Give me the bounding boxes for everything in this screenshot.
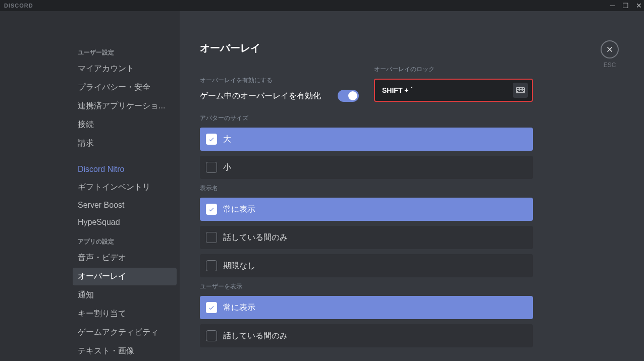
app-logo: DISCORD xyxy=(4,3,33,9)
overlay-lock-label: オーバーレイのロック xyxy=(374,65,533,74)
page-title: オーバーレイ xyxy=(200,41,533,55)
display-name-label: 表示名 xyxy=(200,184,533,193)
sidebar-item-account[interactable]: マイアカウント xyxy=(73,60,177,78)
svg-rect-3 xyxy=(520,88,521,89)
close-esc-label: ESC xyxy=(601,62,619,69)
sidebar-item-connections[interactable]: 接続 xyxy=(73,116,177,134)
svg-rect-11 xyxy=(518,91,523,92)
sidebar-item-privacy[interactable]: プライバシー・安全 xyxy=(73,79,177,96)
sidebar-item-notifications[interactable]: 通知 xyxy=(73,286,177,304)
option-label: 小 xyxy=(223,162,231,173)
sidebar-header-user: ユーザー設定 xyxy=(73,45,177,60)
display-user-speaking[interactable]: 話している間のみ xyxy=(200,324,533,347)
svg-rect-2 xyxy=(518,88,519,89)
svg-rect-1 xyxy=(517,88,518,89)
sidebar-item-hypesquad[interactable]: HypeSquad xyxy=(73,214,177,230)
window-controls: ─ ☐ ✕ xyxy=(610,0,642,11)
sidebar-item-voice-video[interactable]: 音声・ビデオ xyxy=(73,249,177,267)
option-label: 話している間のみ xyxy=(223,331,288,341)
titlebar: DISCORD ─ ☐ ✕ xyxy=(0,0,644,11)
keybind-value: SHIFT + ` xyxy=(382,86,413,94)
sidebar-item-nitro[interactable]: Discord Nitro xyxy=(73,161,177,177)
display-user-label: ユーザーを表示 xyxy=(200,282,533,291)
option-label: 大 xyxy=(223,134,231,145)
display-user-always[interactable]: 常に表示 xyxy=(200,296,533,319)
svg-rect-5 xyxy=(523,88,524,89)
display-name-never[interactable]: 期限なし xyxy=(200,254,533,277)
enable-overlay-toggle[interactable] xyxy=(338,90,359,102)
svg-rect-6 xyxy=(517,90,518,91)
svg-rect-4 xyxy=(521,88,522,89)
sidebar-item-billing[interactable]: 請求 xyxy=(73,135,177,152)
sidebar-item-gift-inventory[interactable]: ギフトインベントリ xyxy=(73,178,177,196)
close-icon[interactable] xyxy=(601,40,619,58)
sidebar-item-server-boost[interactable]: Server Boost xyxy=(73,197,177,213)
avatar-size-label: アバターのサイズ xyxy=(200,114,533,123)
maximize-icon[interactable]: ☐ xyxy=(622,2,629,10)
sidebar-item-keybinds[interactable]: キー割り当て xyxy=(73,305,177,323)
overlay-lock-keybind[interactable]: SHIFT + ` xyxy=(374,79,533,102)
minimize-icon[interactable]: ─ xyxy=(610,2,615,10)
avatar-size-small[interactable]: 小 xyxy=(200,156,533,179)
svg-rect-7 xyxy=(518,90,519,91)
keyboard-icon[interactable] xyxy=(513,83,528,98)
svg-rect-9 xyxy=(521,90,522,91)
close-settings[interactable]: ESC xyxy=(601,40,619,69)
sidebar-item-authorized-apps[interactable]: 連携済アプリケーショ... xyxy=(73,97,177,115)
option-label: 常に表示 xyxy=(223,303,255,313)
close-window-icon[interactable]: ✕ xyxy=(636,2,642,10)
option-label: 話している間のみ xyxy=(223,232,288,243)
svg-rect-8 xyxy=(520,90,521,91)
sidebar-item-overlay[interactable]: オーバーレイ xyxy=(73,268,177,285)
sidebar-item-game-activity[interactable]: ゲームアクティビティ xyxy=(73,324,177,341)
enable-overlay-label: オーバーレイを有効にする xyxy=(200,76,359,85)
sidebar-header-app: アプリの設定 xyxy=(73,234,177,249)
avatar-size-large[interactable]: 大 xyxy=(200,128,533,151)
display-name-speaking[interactable]: 話している間のみ xyxy=(200,226,533,249)
enable-overlay-text: ゲーム中のオーバーレイを有効化 xyxy=(200,91,321,101)
sidebar-item-text-images[interactable]: テキスト・画像 xyxy=(73,342,177,360)
svg-rect-10 xyxy=(523,90,524,91)
settings-sidebar: ユーザー設定 マイアカウント プライバシー・安全 連携済アプリケーショ... 接… xyxy=(0,11,180,361)
display-name-always[interactable]: 常に表示 xyxy=(200,198,533,221)
option-label: 期限なし xyxy=(223,261,255,271)
option-label: 常に表示 xyxy=(223,204,255,215)
